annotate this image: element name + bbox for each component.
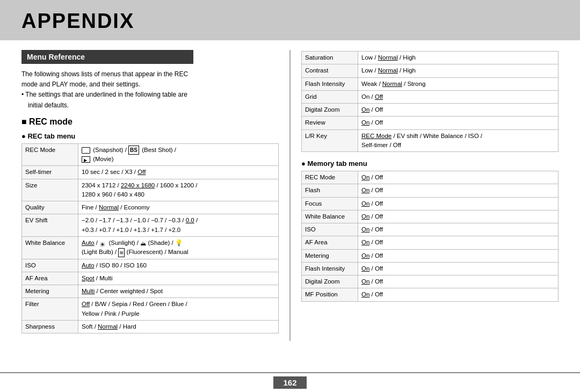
table-row: Saturation Low / Normal / High [302,52,559,64]
ev-shift-value: −2.0 / −1.7 / −1.3 / −1.0 / −0.7 / −0.3 … [78,214,279,237]
mem-flash-value: On / Off [358,184,559,197]
table-row: AF Area Spot / Multi [22,272,279,285]
table-row: REC Mode On / Off [302,171,559,184]
wb-label: White Balance [22,236,78,259]
mem-metering-value: On / Off [358,249,559,262]
left-column: Menu Reference The following shows lists… [21,40,279,341]
rec-mode-title: REC mode [21,117,279,127]
mem-af-area-value: On / Off [358,236,559,249]
sharpness-label: Sharpness [22,320,78,333]
af-area-value: Spot / Multi [78,272,279,285]
table-row: ISO On / Off [302,223,559,236]
mem-wb-value: On / Off [358,210,559,223]
mem-af-area-label: AF Area [302,236,358,249]
page-header: APPENDIX [0,0,580,40]
table-row: REC Mode (Snapshot) / BS (Best Shot) / (… [22,143,279,166]
page-number: 162 [273,376,306,389]
movie-icon [82,156,90,163]
filter-value: Off / B/W / Sepia / Red / Green / Blue /… [78,298,279,321]
mem-flash-intensity-value: On / Off [358,262,559,275]
shade-icon: ⛰ [140,239,146,248]
size-value: 2304 x 1712 / 2240 x 1680 / 1600 x 1200 … [78,179,279,201]
bs-icon: BS [128,146,139,155]
right-column: Saturation Low / Normal / High Contrast … [301,40,559,341]
table-row: Digital Zoom On / Off [302,104,559,117]
mem-focus-value: On / Off [358,197,559,210]
lr-key-value: REC Mode / EV shift / White Balance / IS… [358,129,559,152]
table-row: Quality Fine / Normal / Economy [22,201,279,214]
table-row: Flash Intensity Weak / Normal / Strong [302,77,559,90]
ev-shift-label: EV Shift [22,214,78,237]
wb-value: Auto / ☀ (Sunlight) / ⛰ (Shade) / 💡(Ligh… [78,236,279,259]
review-value: On / Off [358,117,559,129]
mem-digital-zoom-value: On / Off [358,275,559,288]
mem-focus-label: Focus [302,197,358,210]
review-label: Review [302,117,358,129]
vertical-divider [289,50,291,341]
iso-label: ISO [22,259,78,272]
table-row: Self-timer 10 sec / 2 sec / X3 / Off [22,166,279,179]
table-row: Digital Zoom On / Off [302,275,559,288]
quality-label: Quality [22,201,78,214]
saturation-value: Low / Normal / High [358,52,559,64]
mem-mf-pos-label: MF Position [302,288,358,301]
digital-zoom-value: On / Off [358,104,559,117]
digital-zoom-label: Digital Zoom [302,104,358,117]
snapshot-icon [82,147,91,153]
saturation-label: Saturation [302,52,358,64]
page: APPENDIX Menu Reference The following sh… [0,0,580,392]
table-row: Flash Intensity On / Off [302,262,559,275]
self-timer-label: Self-timer [22,166,78,179]
table-row: Focus On / Off [302,197,559,210]
table-row: Contrast Low / Normal / High [302,64,559,77]
rec-mode-label: REC Mode [22,143,78,166]
table-row: Filter Off / B/W / Sepia / Red / Green /… [22,298,279,321]
mem-metering-label: Metering [302,249,358,262]
mem-rec-mode-label: REC Mode [302,171,358,184]
table-row: White Balance On / Off [302,210,559,223]
table-row: Flash On / Off [302,184,559,197]
mem-flash-intensity-label: Flash Intensity [302,262,358,275]
right-top-table: Saturation Low / Normal / High Contrast … [301,51,559,152]
grid-label: Grid [302,90,358,103]
table-row: Grid On / Off [302,90,559,103]
table-row: EV Shift −2.0 / −1.7 / −1.3 / −1.0 / −0.… [22,214,279,237]
main-content: Menu Reference The following shows lists… [0,40,580,341]
iso-value: Auto / ISO 80 / ISO 160 [78,259,279,272]
contrast-value: Low / Normal / High [358,64,559,77]
metering-label: Metering [22,285,78,298]
table-row: ISO Auto / ISO 80 / ISO 160 [22,259,279,272]
table-row: Metering On / Off [302,249,559,262]
grid-value: On / Off [358,90,559,103]
table-row: Size 2304 x 1712 / 2240 x 1680 / 1600 x … [22,179,279,201]
flash-intensity-label: Flash Intensity [302,77,358,90]
sunlight-icon: ☀ [99,239,107,247]
flash-intensity-value: Weak / Normal / Strong [358,77,559,90]
mem-mf-pos-value: On / Off [358,288,559,301]
rec-mode-value: (Snapshot) / BS (Best Shot) / (Movie) [78,143,279,166]
sharpness-value: Soft / Normal / Hard [78,320,279,333]
table-row: White Balance Auto / ☀ (Sunlight) / ⛰ (S… [22,236,279,259]
rec-tab-table: REC Mode (Snapshot) / BS (Best Shot) / (… [21,143,279,333]
af-area-label: AF Area [22,272,78,285]
table-row: Metering Multi / Center weighted / Spot [22,285,279,298]
mem-iso-value: On / Off [358,223,559,236]
size-label: Size [22,179,78,201]
menu-reference-title: Menu Reference [21,50,193,64]
fluor-icon: ≋ [118,248,125,257]
metering-value: Multi / Center weighted / Spot [78,285,279,298]
mem-rec-mode-value: On / Off [358,171,559,184]
mem-iso-label: ISO [302,223,358,236]
intro-paragraph: The following shows lists of menus that … [21,69,279,111]
self-timer-value: 10 sec / 2 sec / X3 / Off [78,166,279,179]
contrast-label: Contrast [302,64,358,77]
memory-tab-table: REC Mode On / Off Flash On / Off Focus O… [301,171,559,302]
page-title: APPENDIX [21,10,559,33]
table-row: Review On / Off [302,117,559,129]
lr-key-label: L/R Key [302,129,358,152]
table-row: MF Position On / Off [302,288,559,301]
table-row: Sharpness Soft / Normal / Hard [22,320,279,333]
mem-flash-label: Flash [302,184,358,197]
table-row: L/R Key REC Mode / EV shift / White Bala… [302,129,559,152]
wb-icon: 💡 [175,239,183,246]
